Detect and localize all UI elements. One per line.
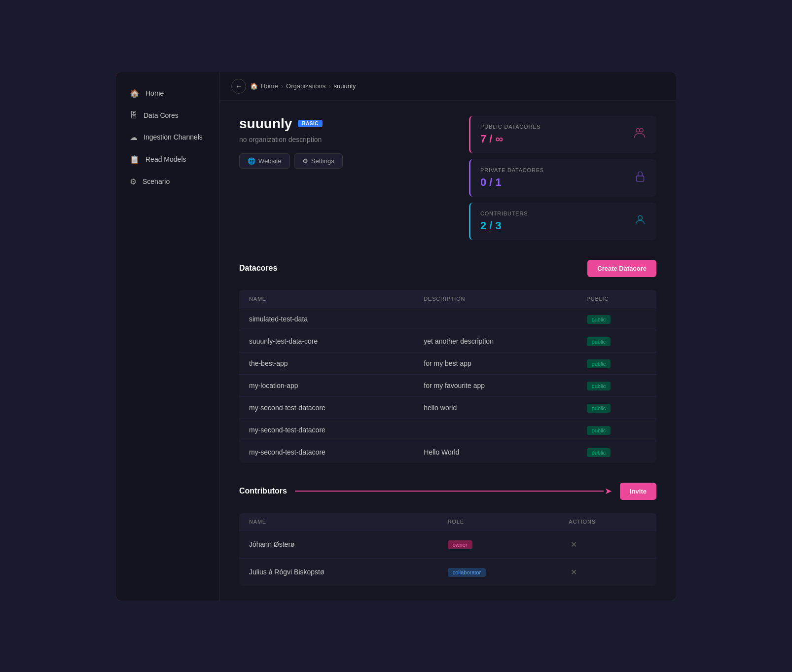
datacore-name: my-second-test-datacore xyxy=(239,441,414,463)
sidebar-item-ingestion-channels[interactable]: ☁ Ingestion Channels xyxy=(120,127,215,148)
contributors-value: 2 / 3 xyxy=(480,219,528,232)
org-description: no organization description xyxy=(239,136,449,143)
breadcrumb-sep-2: › xyxy=(328,82,330,90)
datacore-description: for my favourite app xyxy=(414,374,576,396)
table-row[interactable]: Jóhann Østerø owner ✕ xyxy=(239,531,656,558)
svg-point-1 xyxy=(640,128,643,132)
scenario-icon: ⚙ xyxy=(130,177,137,186)
col-description: DESCRIPTION xyxy=(414,290,576,308)
main-content: ← 🏠 Home › Organizations › suuunly suuun… xyxy=(219,72,676,601)
sidebar-label-home: Home xyxy=(145,89,164,97)
svg-rect-2 xyxy=(636,176,644,181)
datacore-name: simulated-test-data xyxy=(239,308,414,330)
table-row[interactable]: my-second-test-datacore hello world publ… xyxy=(239,396,656,419)
read-models-icon: 📋 xyxy=(130,155,140,164)
settings-button[interactable]: ⚙ Settings xyxy=(294,153,343,169)
public-datacores-icon xyxy=(633,126,647,143)
website-icon: 🌐 xyxy=(248,157,255,165)
datacores-section: Datacores Create Datacore NAME DESCRIPTI… xyxy=(219,255,676,478)
breadcrumb: 🏠 Home › Organizations › suuunly xyxy=(250,82,356,90)
data-cores-icon: 🗄 xyxy=(130,111,138,120)
datacore-name: my-second-test-datacore xyxy=(239,419,414,441)
contributor-role: collaborator xyxy=(438,558,559,586)
sidebar-item-scenario[interactable]: ⚙ Scenario xyxy=(120,171,215,192)
breadcrumb-organizations: Organizations xyxy=(286,82,325,90)
datacore-public: public xyxy=(577,441,656,463)
sidebar-item-data-cores[interactable]: 🗄 Data Cores xyxy=(120,105,215,126)
ingestion-channels-icon: ☁ xyxy=(130,133,138,142)
breadcrumb-home: Home xyxy=(261,82,278,90)
sidebar-label-data-cores: Data Cores xyxy=(144,111,179,119)
remove-contributor-button[interactable]: ✕ xyxy=(569,538,579,551)
private-datacores-label: PRIVATE DATACORES xyxy=(480,167,544,173)
datacore-public: public xyxy=(577,352,656,374)
sidebar-label-scenario: Scenario xyxy=(143,177,170,185)
sidebar-item-home[interactable]: 🏠 Home xyxy=(120,83,215,104)
contributors-title: Contributors xyxy=(239,487,287,495)
contributors-table: NAME ROLE ACTIONS Jóhann Østerø owner ✕ … xyxy=(239,513,656,586)
datacore-public: public xyxy=(577,330,656,352)
sidebar-item-read-models[interactable]: 📋 Read Models xyxy=(120,149,215,170)
contributor-name: Julius á Rógvi Biskopstø xyxy=(239,558,438,586)
settings-icon: ⚙ xyxy=(302,157,308,165)
public-datacores-value: 7 / ∞ xyxy=(480,133,540,145)
datacore-public: public xyxy=(577,419,656,441)
datacore-name: the-best-app xyxy=(239,352,414,374)
breadcrumb-home-icon: 🏠 xyxy=(250,82,258,90)
org-name: suuunly xyxy=(239,116,292,132)
table-row[interactable]: suuunly-test-data-core yet another descr… xyxy=(239,330,656,352)
col-name: NAME xyxy=(239,290,414,308)
datacore-public: public xyxy=(577,374,656,396)
contributor-actions: ✕ xyxy=(559,558,656,586)
create-datacore-button[interactable]: Create Datacore xyxy=(587,260,656,277)
topbar: ← 🏠 Home › Organizations › suuunly xyxy=(219,72,676,101)
datacore-public: public xyxy=(577,308,656,330)
contributors-icon xyxy=(634,213,647,229)
org-badge: BASIC xyxy=(298,120,323,127)
datacores-table-header: NAME DESCRIPTION PUBLIC xyxy=(239,290,656,308)
datacore-name: suuunly-test-data-core xyxy=(239,330,414,352)
invite-button[interactable]: Invite xyxy=(620,483,656,500)
table-row[interactable]: simulated-test-data public xyxy=(239,308,656,330)
datacore-name: my-location-app xyxy=(239,374,414,396)
back-button[interactable]: ← xyxy=(231,79,246,94)
website-button[interactable]: 🌐 Website xyxy=(239,153,290,169)
table-row[interactable]: my-second-test-datacore public xyxy=(239,419,656,441)
arrow-head: ➤ xyxy=(605,486,612,496)
remove-contributor-button[interactable]: ✕ xyxy=(569,566,579,579)
divider-arrow: ➤ xyxy=(295,486,612,496)
col-contrib-name: NAME xyxy=(239,513,438,531)
datacore-description: hello world xyxy=(414,396,576,419)
stat-card-private-datacores: PRIVATE DATACORES 0 / 1 xyxy=(469,159,656,197)
datacore-description xyxy=(414,419,576,441)
contributor-role: owner xyxy=(438,531,559,558)
table-row[interactable]: my-second-test-datacore Hello World publ… xyxy=(239,441,656,463)
profile-section: suuunly BASIC no organization descriptio… xyxy=(219,101,676,255)
datacores-header: Datacores Create Datacore xyxy=(239,255,656,282)
home-icon: 🏠 xyxy=(130,89,140,98)
contributors-header: Contributors ➤ Invite xyxy=(239,478,656,505)
org-name-container: suuunly BASIC xyxy=(239,116,449,132)
datacores-table: NAME DESCRIPTION PUBLIC simulated-test-d… xyxy=(239,290,656,463)
stat-card-contributors: CONTRIBUTERS 2 / 3 xyxy=(469,203,656,240)
settings-label: Settings xyxy=(311,157,334,165)
table-row[interactable]: Julius á Rógvi Biskopstø collaborator ✕ xyxy=(239,558,656,586)
table-row[interactable]: my-location-app for my favourite app pub… xyxy=(239,374,656,396)
contributors-section: Contributors ➤ Invite NAME ROLE ACTIONS xyxy=(219,478,676,601)
table-row[interactable]: the-best-app for my best app public xyxy=(239,352,656,374)
col-public: PUBLIC xyxy=(577,290,656,308)
website-label: Website xyxy=(258,157,282,165)
contributor-name: Jóhann Østerø xyxy=(239,531,438,558)
datacore-description xyxy=(414,308,576,330)
datacore-description: for my best app xyxy=(414,352,576,374)
org-actions: 🌐 Website ⚙ Settings xyxy=(239,153,449,169)
private-datacores-value: 0 / 1 xyxy=(480,176,544,189)
datacore-name: my-second-test-datacore xyxy=(239,396,414,419)
arrow-line xyxy=(295,491,604,492)
public-datacores-label: PUBLIC DATACORES xyxy=(480,124,540,130)
sidebar: 🏠 Home 🗄 Data Cores ☁ Ingestion Channels… xyxy=(116,72,219,601)
svg-point-0 xyxy=(636,128,640,132)
sidebar-label-read-models: Read Models xyxy=(145,155,186,163)
org-info: suuunly BASIC no organization descriptio… xyxy=(239,116,449,169)
datacores-title: Datacores xyxy=(239,264,277,273)
